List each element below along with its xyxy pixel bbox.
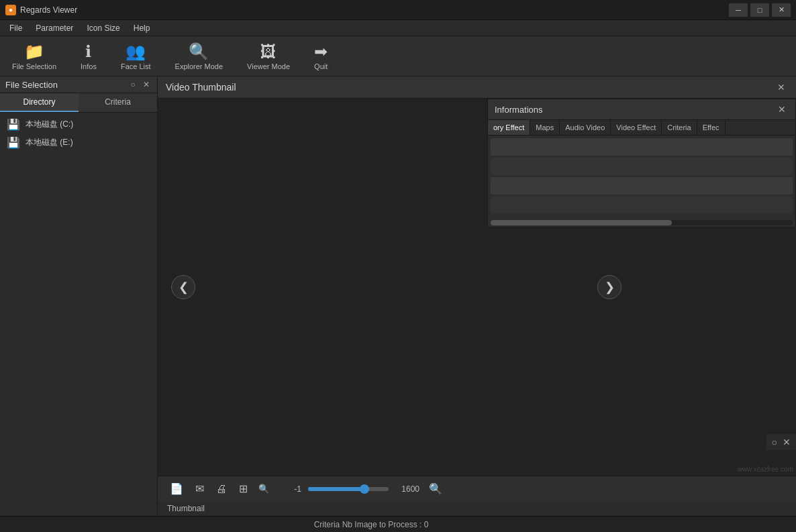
explorer-mode-button[interactable]: 🔍 Explorer Mode (170, 40, 229, 73)
next-button[interactable]: ❯ (597, 275, 621, 299)
sidebar-tabs: Directory Criteria (0, 93, 157, 113)
statusbar: Criteria Nb Image to Process : 0 (0, 516, 796, 532)
drive-e-label: 本地磁盘 (E:) (26, 137, 73, 148)
infos-label: Infos (81, 62, 97, 70)
window-controls: ─ □ ✕ (729, 3, 791, 17)
toolbar: 📁 File Selection ℹ Infos 👥 Face List 🔍 E… (0, 36, 796, 76)
thumbnail-label: Thumbnail (158, 501, 796, 516)
quit-button[interactable]: ➡ Quit (309, 40, 333, 73)
viewer-mode-button[interactable]: 🖼 Viewer Mode (242, 40, 295, 73)
info-row-3 (491, 177, 793, 195)
info-panel-tabs: ory Effect Maps Audio Video Video Effect… (488, 120, 795, 136)
file-selection-button[interactable]: 📁 File Selection (7, 40, 62, 73)
statusbar-center: Criteria Nb Image to Process : 0 (86, 520, 656, 529)
titlebar: ● Regards Viewer ─ □ ✕ (0, 0, 796, 20)
zoom-in-button[interactable]: 🔍 (426, 481, 445, 496)
info-row-1 (491, 138, 793, 156)
drive-e-icon: 💾 (7, 136, 20, 149)
info-row-2 (491, 158, 793, 175)
video-thumbnail-close[interactable]: ✕ (775, 81, 788, 94)
info-tab-criteria[interactable]: Criteria (662, 120, 697, 135)
zoom-value-display: 1600 (395, 484, 419, 494)
infos-button[interactable]: ℹ Infos (75, 40, 102, 73)
file-selection-label: File Selection (12, 62, 56, 70)
print-button[interactable]: 🖨 (213, 482, 230, 496)
viewer-mode-label: Viewer Mode (247, 62, 290, 70)
info-row-4 (491, 197, 793, 214)
info-tab-maps[interactable]: Maps (530, 120, 560, 135)
close-button[interactable]: ✕ (772, 3, 791, 17)
slider-fill (308, 487, 364, 491)
viewer-icon: 🖼 (260, 42, 277, 61)
drive-c-label: 本地磁盘 (C:) (26, 119, 73, 130)
tab-criteria[interactable]: Criteria (79, 93, 157, 112)
info-panel-content (488, 136, 795, 219)
info-panel-close[interactable]: ✕ (775, 103, 789, 116)
app-title: Regards Viewer (20, 5, 725, 15)
info-icon: ℹ (85, 42, 91, 61)
sidebar-refresh-button[interactable]: ○ (128, 79, 138, 90)
menu-parameter[interactable]: Parameter (29, 22, 80, 34)
sidebar-close-button[interactable]: ✕ (141, 79, 152, 90)
bottom-panel-controls: ○ ✕ (766, 434, 796, 450)
drive-e[interactable]: 💾 本地磁盘 (E:) (0, 134, 157, 152)
face-list-icon: 👥 (126, 42, 146, 61)
maximize-button[interactable]: □ (750, 3, 769, 17)
video-thumbnail-title: Video Thumbnail (166, 82, 236, 93)
minimize-button[interactable]: ─ (729, 3, 748, 17)
info-panel-scrollbar[interactable] (491, 220, 793, 225)
quit-icon: ➡ (314, 42, 328, 61)
info-panel-title: Informations (495, 105, 543, 115)
face-list-button[interactable]: 👥 Face List (115, 40, 156, 73)
zoom-slider[interactable] (308, 487, 389, 491)
sidebar: File Selection ○ ✕ Directory Criteria 💾 … (0, 76, 158, 516)
open-file-button[interactable]: 📄 (167, 481, 186, 496)
zoom-minus-label: -1 (277, 484, 301, 494)
app-icon: ● (5, 5, 16, 15)
main-area: File Selection ○ ✕ Directory Criteria 💾 … (0, 76, 796, 516)
menubar: File Parameter Icon Size Help (0, 20, 796, 36)
drive-c-icon: 💾 (7, 118, 20, 131)
drive-c[interactable]: 💾 本地磁盘 (C:) (0, 115, 157, 134)
menu-icon-size[interactable]: Icon Size (80, 22, 126, 34)
slider-track (308, 487, 389, 491)
sidebar-controls: ○ ✕ (128, 79, 152, 90)
menu-file[interactable]: File (3, 22, 29, 34)
menu-help[interactable]: Help (127, 22, 157, 34)
sidebar-content: 💾 本地磁盘 (C:) 💾 本地磁盘 (E:) (0, 113, 157, 516)
info-tab-history-effect[interactable]: ory Effect (488, 120, 530, 135)
sidebar-header: File Selection ○ ✕ (0, 76, 157, 93)
viewer-area: ❮ ❯ Informations ✕ ory Effect Maps Audio… (158, 99, 796, 476)
bottom-toolbar: 📄 ✉ 🖨 ⊞ 🔍 -1 1600 🔍 (158, 476, 796, 501)
fullscreen-button[interactable]: ⊞ (236, 481, 250, 496)
info-panel: Informations ✕ ory Effect Maps Audio Vid… (487, 99, 796, 227)
info-tab-audio-video[interactable]: Audio Video (560, 120, 611, 135)
scrollbar-thumb (491, 220, 672, 225)
sidebar-title: File Selection (5, 80, 58, 90)
content-area: Video Thumbnail ✕ ❮ ❯ Informations ✕ ory… (158, 76, 796, 516)
video-thumbnail-header: Video Thumbnail ✕ (158, 76, 796, 99)
info-tab-video-effect[interactable]: Video Effect (611, 120, 662, 135)
watermark: www.xitazfree.com (738, 466, 793, 473)
explorer-mode-label: Explorer Mode (175, 62, 223, 70)
face-list-label: Face List (121, 62, 151, 70)
quit-label: Quit (314, 62, 328, 70)
folder-icon: 📁 (24, 42, 44, 61)
panel-refresh-button[interactable]: ○ (772, 437, 777, 447)
email-button[interactable]: ✉ (193, 481, 207, 496)
slider-thumb (360, 484, 369, 494)
info-panel-header: Informations ✕ (488, 99, 795, 120)
prev-button[interactable]: ❮ (171, 275, 195, 299)
tab-directory[interactable]: Directory (0, 93, 79, 112)
zoom-out-button[interactable]: 🔍 (257, 482, 270, 495)
explorer-icon: 🔍 (189, 42, 209, 61)
info-tab-effect[interactable]: Effec (697, 120, 726, 135)
panel-close-button[interactable]: ✕ (783, 437, 791, 447)
